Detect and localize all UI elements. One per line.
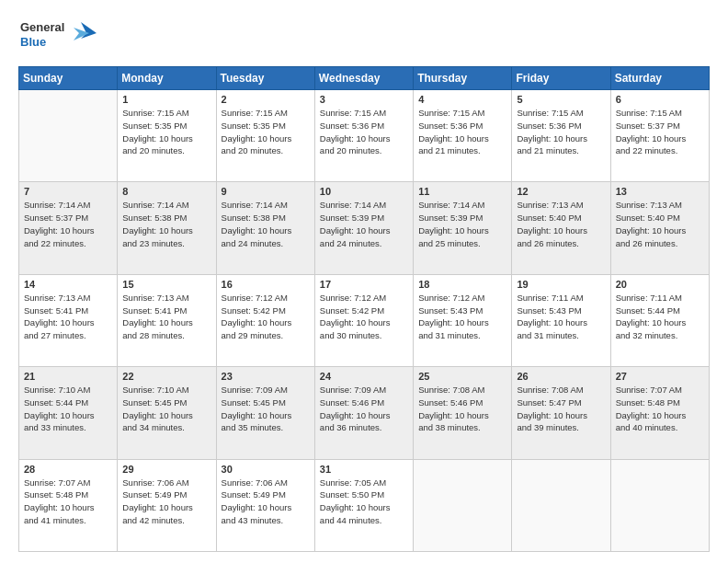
calendar-cell: 17Sunrise: 7:12 AMSunset: 5:42 PMDayligh… bbox=[314, 274, 413, 366]
cell-content: Sunrise: 7:07 AMSunset: 5:48 PMDaylight:… bbox=[616, 384, 704, 434]
day-number: 12 bbox=[517, 186, 605, 197]
week-row-1: 1Sunrise: 7:15 AMSunset: 5:35 PMDaylight… bbox=[19, 90, 710, 182]
svg-marker-2 bbox=[81, 22, 97, 39]
calendar-cell: 15Sunrise: 7:13 AMSunset: 5:41 PMDayligh… bbox=[118, 274, 216, 366]
cell-content: Sunrise: 7:14 AMSunset: 5:39 PMDaylight:… bbox=[320, 199, 408, 249]
cell-content: Sunrise: 7:13 AMSunset: 5:41 PMDaylight:… bbox=[122, 292, 210, 342]
calendar-cell bbox=[512, 459, 610, 551]
cell-content: Sunrise: 7:08 AMSunset: 5:46 PMDaylight:… bbox=[418, 384, 506, 434]
cell-content: Sunrise: 7:13 AMSunset: 5:40 PMDaylight:… bbox=[517, 199, 605, 249]
cell-content: Sunrise: 7:12 AMSunset: 5:42 PMDaylight:… bbox=[222, 292, 310, 342]
day-number: 10 bbox=[320, 186, 408, 197]
day-number: 1 bbox=[122, 94, 210, 105]
calendar-cell: 29Sunrise: 7:06 AMSunset: 5:49 PMDayligh… bbox=[118, 459, 216, 551]
calendar-cell: 6Sunrise: 7:15 AMSunset: 5:37 PMDaylight… bbox=[610, 90, 709, 182]
calendar-cell: 9Sunrise: 7:14 AMSunset: 5:38 PMDaylight… bbox=[216, 182, 314, 274]
cell-content: Sunrise: 7:06 AMSunset: 5:49 PMDaylight:… bbox=[222, 477, 310, 527]
cell-content: Sunrise: 7:08 AMSunset: 5:47 PMDaylight:… bbox=[517, 384, 605, 434]
cell-content: Sunrise: 7:15 AMSunset: 5:36 PMDaylight:… bbox=[517, 107, 605, 157]
calendar-cell: 16Sunrise: 7:12 AMSunset: 5:42 PMDayligh… bbox=[216, 274, 314, 366]
cell-content: Sunrise: 7:15 AMSunset: 5:37 PMDaylight:… bbox=[616, 107, 704, 157]
calendar-cell: 4Sunrise: 7:15 AMSunset: 5:36 PMDaylight… bbox=[414, 90, 512, 182]
week-row-2: 7Sunrise: 7:14 AMSunset: 5:37 PMDaylight… bbox=[19, 182, 710, 274]
day-header-friday: Friday bbox=[512, 67, 610, 90]
calendar-cell: 12Sunrise: 7:13 AMSunset: 5:40 PMDayligh… bbox=[512, 182, 610, 274]
day-number: 4 bbox=[418, 94, 506, 105]
day-header-wednesday: Wednesday bbox=[314, 67, 413, 90]
cell-content: Sunrise: 7:12 AMSunset: 5:43 PMDaylight:… bbox=[418, 292, 506, 342]
cell-content: Sunrise: 7:07 AMSunset: 5:48 PMDaylight:… bbox=[24, 477, 112, 527]
day-number: 7 bbox=[24, 186, 112, 197]
svg-text:General: General bbox=[20, 20, 64, 34]
calendar-cell: 3Sunrise: 7:15 AMSunset: 5:36 PMDaylight… bbox=[314, 90, 413, 182]
calendar-cell: 30Sunrise: 7:06 AMSunset: 5:49 PMDayligh… bbox=[216, 459, 314, 551]
day-number: 28 bbox=[24, 464, 112, 475]
day-number: 25 bbox=[418, 371, 506, 382]
day-number: 3 bbox=[320, 94, 408, 105]
day-number: 23 bbox=[222, 371, 310, 382]
calendar-cell: 22Sunrise: 7:10 AMSunset: 5:45 PMDayligh… bbox=[118, 367, 216, 459]
cell-content: Sunrise: 7:06 AMSunset: 5:49 PMDaylight:… bbox=[122, 477, 210, 527]
day-header-tuesday: Tuesday bbox=[216, 67, 314, 90]
calendar-cell: 10Sunrise: 7:14 AMSunset: 5:39 PMDayligh… bbox=[314, 182, 413, 274]
day-number: 26 bbox=[517, 371, 605, 382]
calendar-cell: 19Sunrise: 7:11 AMSunset: 5:43 PMDayligh… bbox=[512, 274, 610, 366]
day-number: 13 bbox=[616, 186, 704, 197]
svg-text:Blue: Blue bbox=[20, 35, 46, 49]
cell-content: Sunrise: 7:09 AMSunset: 5:46 PMDaylight:… bbox=[320, 384, 408, 434]
cell-content: Sunrise: 7:15 AMSunset: 5:35 PMDaylight:… bbox=[222, 107, 310, 157]
week-row-4: 21Sunrise: 7:10 AMSunset: 5:44 PMDayligh… bbox=[19, 367, 710, 459]
calendar-cell bbox=[19, 90, 118, 182]
calendar-cell bbox=[610, 459, 709, 551]
calendar-cell: 5Sunrise: 7:15 AMSunset: 5:36 PMDaylight… bbox=[512, 90, 610, 182]
header-row: SundayMondayTuesdayWednesdayThursdayFrid… bbox=[19, 67, 710, 90]
calendar-cell: 26Sunrise: 7:08 AMSunset: 5:47 PMDayligh… bbox=[512, 367, 610, 459]
cell-content: Sunrise: 7:05 AMSunset: 5:50 PMDaylight:… bbox=[320, 477, 408, 527]
day-number: 2 bbox=[222, 94, 310, 105]
day-number: 30 bbox=[222, 464, 310, 475]
calendar-cell: 14Sunrise: 7:13 AMSunset: 5:41 PMDayligh… bbox=[19, 274, 118, 366]
day-number: 29 bbox=[122, 464, 210, 475]
calendar-cell: 28Sunrise: 7:07 AMSunset: 5:48 PMDayligh… bbox=[19, 459, 118, 551]
logo-svg: General Blue bbox=[18, 15, 101, 55]
cell-content: Sunrise: 7:15 AMSunset: 5:36 PMDaylight:… bbox=[418, 107, 506, 157]
day-number: 6 bbox=[616, 94, 704, 105]
day-number: 16 bbox=[222, 279, 310, 290]
day-number: 20 bbox=[616, 279, 704, 290]
logo: General Blue bbox=[18, 15, 101, 59]
cell-content: Sunrise: 7:10 AMSunset: 5:44 PMDaylight:… bbox=[24, 384, 112, 434]
calendar-page: General Blue SundayMondayTuesdayWednesda… bbox=[0, 0, 728, 563]
day-number: 21 bbox=[24, 371, 112, 382]
calendar-cell: 27Sunrise: 7:07 AMSunset: 5:48 PMDayligh… bbox=[610, 367, 709, 459]
cell-content: Sunrise: 7:12 AMSunset: 5:42 PMDaylight:… bbox=[320, 292, 408, 342]
cell-content: Sunrise: 7:13 AMSunset: 5:40 PMDaylight:… bbox=[616, 199, 704, 249]
cell-content: Sunrise: 7:14 AMSunset: 5:39 PMDaylight:… bbox=[418, 199, 506, 249]
day-number: 8 bbox=[122, 186, 210, 197]
calendar-table: SundayMondayTuesdayWednesdayThursdayFrid… bbox=[18, 66, 710, 552]
day-number: 18 bbox=[418, 279, 506, 290]
calendar-cell: 25Sunrise: 7:08 AMSunset: 5:46 PMDayligh… bbox=[414, 367, 512, 459]
calendar-cell: 20Sunrise: 7:11 AMSunset: 5:44 PMDayligh… bbox=[610, 274, 709, 366]
day-number: 31 bbox=[320, 464, 408, 475]
day-number: 14 bbox=[24, 279, 112, 290]
day-number: 19 bbox=[517, 279, 605, 290]
calendar-cell: 21Sunrise: 7:10 AMSunset: 5:44 PMDayligh… bbox=[19, 367, 118, 459]
calendar-cell: 31Sunrise: 7:05 AMSunset: 5:50 PMDayligh… bbox=[314, 459, 413, 551]
day-number: 9 bbox=[222, 186, 310, 197]
calendar-cell bbox=[414, 459, 512, 551]
week-row-3: 14Sunrise: 7:13 AMSunset: 5:41 PMDayligh… bbox=[19, 274, 710, 366]
day-header-monday: Monday bbox=[118, 67, 216, 90]
day-number: 27 bbox=[616, 371, 704, 382]
calendar-cell: 23Sunrise: 7:09 AMSunset: 5:45 PMDayligh… bbox=[216, 367, 314, 459]
day-header-sunday: Sunday bbox=[19, 67, 118, 90]
cell-content: Sunrise: 7:14 AMSunset: 5:38 PMDaylight:… bbox=[222, 199, 310, 249]
page-header: General Blue bbox=[18, 15, 710, 59]
calendar-cell: 13Sunrise: 7:13 AMSunset: 5:40 PMDayligh… bbox=[610, 182, 709, 274]
cell-content: Sunrise: 7:10 AMSunset: 5:45 PMDaylight:… bbox=[122, 384, 210, 434]
day-number: 24 bbox=[320, 371, 408, 382]
calendar-cell: 24Sunrise: 7:09 AMSunset: 5:46 PMDayligh… bbox=[314, 367, 413, 459]
day-number: 22 bbox=[122, 371, 210, 382]
day-number: 11 bbox=[418, 186, 506, 197]
cell-content: Sunrise: 7:14 AMSunset: 5:38 PMDaylight:… bbox=[122, 199, 210, 249]
calendar-cell: 7Sunrise: 7:14 AMSunset: 5:37 PMDaylight… bbox=[19, 182, 118, 274]
